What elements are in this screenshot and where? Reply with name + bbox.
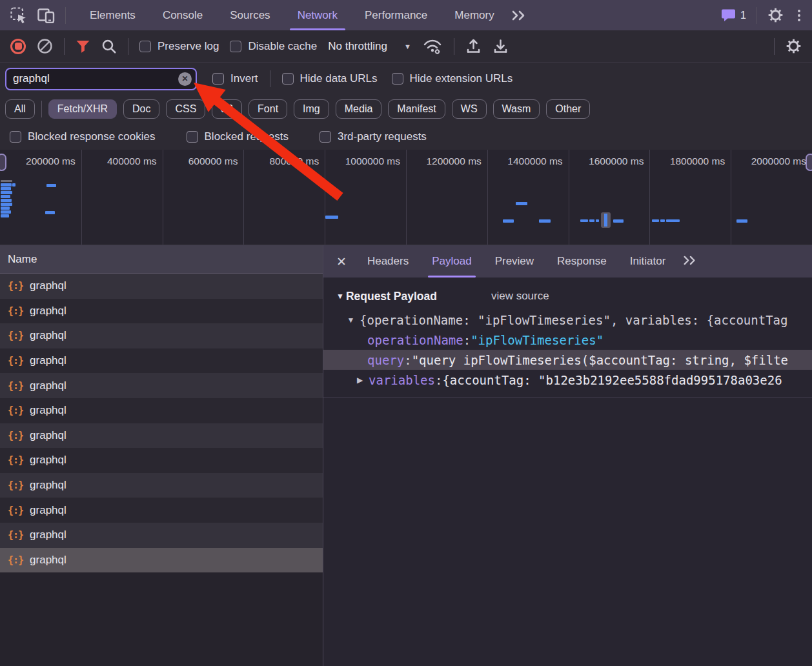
request-row[interactable]: {:}graphql: [0, 299, 323, 324]
filter-chip-css[interactable]: CSS: [166, 99, 205, 119]
checkbox[interactable]: [10, 131, 21, 143]
checkbox[interactable]: [320, 131, 331, 143]
filter-chip-wasm[interactable]: Wasm: [493, 99, 540, 119]
name-column-header[interactable]: Name: [0, 245, 323, 274]
request-name: graphql: [30, 379, 66, 392]
filter-chip-manifest[interactable]: Manifest: [388, 99, 445, 119]
network-overview-timeline[interactable]: 200000 ms400000 ms600000 ms800000 ms1000…: [0, 150, 812, 245]
close-icon[interactable]: ✕: [330, 254, 356, 269]
preserve-log-checkbox[interactable]: Preserve log: [139, 40, 219, 53]
tab-performance[interactable]: Performance: [351, 0, 441, 30]
filter-chip-all[interactable]: All: [5, 99, 35, 119]
view-source-link[interactable]: view source: [491, 290, 549, 303]
json-braces-icon: {:}: [8, 380, 23, 392]
request-row[interactable]: {:}graphql: [0, 423, 323, 449]
request-row[interactable]: {:}graphql: [0, 348, 323, 374]
request-row[interactable]: {:}graphql: [0, 548, 323, 573]
record-network-log-button[interactable]: [10, 39, 26, 54]
request-row[interactable]: {:}graphql: [0, 274, 323, 299]
filter-chip-fetch-xhr[interactable]: Fetch/XHR: [48, 99, 117, 119]
detail-tab-headers[interactable]: Headers: [356, 245, 420, 278]
blocked-response-cookies-checkbox[interactable]: Blocked response cookies: [10, 130, 156, 143]
filter-chip-doc[interactable]: Doc: [123, 99, 159, 119]
filter-chip-media[interactable]: Media: [336, 99, 382, 119]
tab-elements[interactable]: Elements: [76, 0, 149, 30]
payload-text: :: [435, 373, 442, 387]
request-row[interactable]: {:}graphql: [0, 398, 323, 423]
filter-chip-font[interactable]: Font: [249, 99, 287, 119]
checkbox[interactable]: [392, 73, 403, 85]
hide-data-urls-checkbox[interactable]: Hide data URLs: [282, 72, 378, 85]
detail-tab-initiator[interactable]: Initiator: [618, 245, 678, 278]
tab-console[interactable]: Console: [149, 0, 216, 30]
payload-text: {operationName: "ipFlowTimeseries", vari…: [360, 313, 787, 327]
filter-funnel-icon[interactable]: [76, 39, 90, 54]
clear-filter-icon[interactable]: ✕: [178, 72, 192, 86]
request-name: graphql: [30, 504, 66, 517]
timeline-tick-label: 1000000 ms: [325, 156, 406, 168]
blocked-requests-checkbox[interactable]: Blocked requests: [187, 130, 289, 143]
detail-tab-response[interactable]: Response: [545, 245, 618, 278]
filter-chip-img[interactable]: Img: [294, 99, 329, 119]
device-toolbar-icon[interactable]: [37, 8, 55, 23]
message-count: 1: [740, 10, 746, 21]
request-row[interactable]: {:}graphql: [0, 523, 323, 548]
payload-text: :: [404, 353, 411, 367]
filter-input[interactable]: [6, 72, 196, 85]
checkbox[interactable]: [212, 73, 224, 85]
detail-tab-payload[interactable]: Payload: [420, 245, 483, 278]
payload-text: operationName: [367, 333, 463, 347]
toolbar-divider: [756, 7, 757, 24]
tab-sources[interactable]: Sources: [216, 0, 283, 30]
detail-more-tabs-icon[interactable]: [682, 255, 698, 268]
network-settings-gear-icon[interactable]: [786, 38, 802, 54]
payload-line[interactable]: ▼{operationName: "ipFlowTimeseries", var…: [323, 310, 812, 330]
json-braces-icon: {:}: [8, 479, 23, 491]
filter-chip-ws[interactable]: WS: [452, 99, 487, 119]
3rd-party-requests-checkbox[interactable]: 3rd-party requests: [320, 130, 427, 143]
request-name: graphql: [30, 454, 66, 467]
payload-text: "ipFlowTimeseries": [471, 333, 604, 347]
request-row[interactable]: {:}graphql: [0, 373, 323, 398]
payload-line[interactable]: operationName: "ipFlowTimeseries": [323, 330, 812, 350]
tab-network[interactable]: Network: [284, 0, 351, 30]
payload-tree: ▼{operationName: "ipFlowTimeseries", var…: [323, 310, 812, 390]
more-options-icon[interactable]: [794, 8, 804, 23]
hide-extension-urls-checkbox[interactable]: Hide extension URLs: [392, 72, 513, 85]
checkbox[interactable]: [139, 41, 151, 52]
section-disclosure-icon[interactable]: ▼: [336, 292, 344, 301]
disclosure-triangle-icon[interactable]: ▼: [345, 316, 356, 325]
detail-tab-preview[interactable]: Preview: [483, 245, 545, 278]
request-row[interactable]: {:}graphql: [0, 473, 323, 498]
payload-line[interactable]: ▶variables: {accountTag: "b12e3b2192ee55…: [323, 370, 812, 390]
disable-cache-checkbox[interactable]: Disable cache: [230, 40, 317, 53]
filter-chip-js[interactable]: JS: [212, 99, 242, 119]
more-tabs-icon[interactable]: [511, 10, 527, 21]
checkbox[interactable]: [230, 41, 241, 52]
checkbox[interactable]: [187, 131, 198, 143]
settings-gear-icon[interactable]: [767, 7, 784, 23]
payload-line[interactable]: query: "query ipFlowTimeseries($accountT…: [323, 350, 812, 370]
checkbox[interactable]: [282, 73, 294, 85]
throttling-select[interactable]: No throttling ▼: [328, 40, 411, 53]
search-icon[interactable]: [101, 39, 117, 54]
request-row[interactable]: {:}graphql: [0, 448, 323, 473]
import-har-icon[interactable]: [465, 38, 482, 54]
tab-memory[interactable]: Memory: [441, 0, 507, 30]
request-rows: {:}graphql{:}graphql{:}graphql{:}graphql…: [0, 274, 323, 666]
invert-checkbox[interactable]: Invert: [212, 72, 258, 85]
clear-network-log-icon[interactable]: [37, 38, 53, 54]
timeline-tick-label: 1400000 ms: [487, 156, 569, 168]
inspect-element-icon[interactable]: [10, 7, 27, 24]
export-har-icon[interactable]: [492, 38, 509, 54]
console-message-badge[interactable]: 1: [721, 8, 746, 22]
request-row[interactable]: {:}graphql: [0, 498, 323, 523]
network-conditions-icon[interactable]: [422, 38, 443, 55]
timeline-tick-label: 1600000 ms: [569, 156, 650, 168]
timeline-tick-label: 600000 ms: [163, 156, 244, 168]
payload-text: :: [463, 333, 471, 347]
filter-chip-other[interactable]: Other: [546, 99, 590, 119]
request-row[interactable]: {:}graphql: [0, 323, 323, 348]
json-braces-icon: {:}: [8, 529, 23, 541]
disclosure-triangle-icon[interactable]: ▶: [354, 376, 365, 385]
